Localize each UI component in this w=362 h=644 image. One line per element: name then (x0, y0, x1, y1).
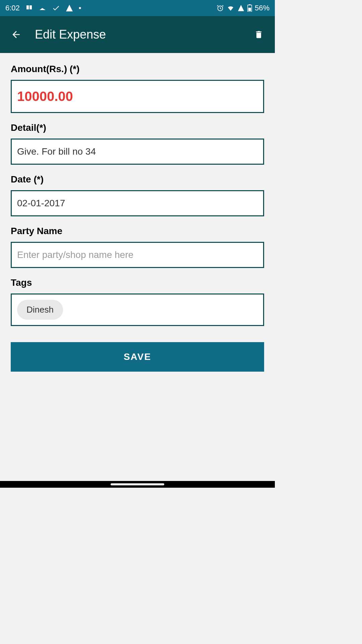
detail-label: Detail(*) (11, 122, 264, 133)
amount-field-group: Amount(Rs.) (*) (11, 64, 264, 113)
check-icon (52, 4, 60, 12)
delete-button[interactable] (251, 26, 267, 43)
date-label: Date (*) (11, 174, 264, 185)
status-bar-right: 56% (217, 4, 269, 12)
tag-chip[interactable]: Dinesh (17, 300, 63, 320)
date-input[interactable] (11, 190, 264, 216)
app-bar: Edit Expense (0, 16, 275, 53)
bottom-nav-bar (0, 481, 275, 488)
status-bar: 6:02 • 56% (0, 0, 275, 16)
app-title: Edit Expense (35, 28, 251, 42)
wifi-icon (227, 4, 235, 12)
status-battery: 56% (255, 4, 269, 12)
amount-input[interactable] (11, 80, 264, 113)
trash-icon (254, 30, 263, 39)
signal-icon (237, 4, 245, 12)
svg-rect-2 (248, 8, 251, 11)
tags-input[interactable]: Dinesh (11, 293, 264, 326)
arrow-left-icon (11, 29, 21, 40)
home-indicator[interactable] (111, 483, 164, 485)
party-field-group: Party Name (11, 226, 264, 268)
tags-label: Tags (11, 277, 264, 288)
detail-input[interactable] (11, 139, 264, 165)
dot-icon: • (79, 4, 81, 12)
party-label: Party Name (11, 226, 264, 236)
date-field-group: Date (*) (11, 174, 264, 216)
amount-label: Amount(Rs.) (*) (11, 64, 264, 74)
book-icon (25, 4, 33, 12)
back-button[interactable] (8, 26, 24, 43)
form-content: Amount(Rs.) (*) Detail(*) Date (*) Party… (0, 53, 275, 481)
detail-field-group: Detail(*) (11, 122, 264, 165)
tags-field-group: Tags Dinesh (11, 277, 264, 326)
status-bar-left: 6:02 • (5, 4, 81, 12)
shoe-icon (39, 4, 47, 12)
status-time: 6:02 (5, 4, 20, 12)
party-input[interactable] (11, 242, 264, 268)
save-button[interactable]: SAVE (11, 342, 264, 372)
battery-icon (247, 4, 252, 12)
send-icon (65, 4, 73, 12)
alarm-icon (217, 4, 224, 12)
svg-rect-3 (249, 4, 251, 5)
